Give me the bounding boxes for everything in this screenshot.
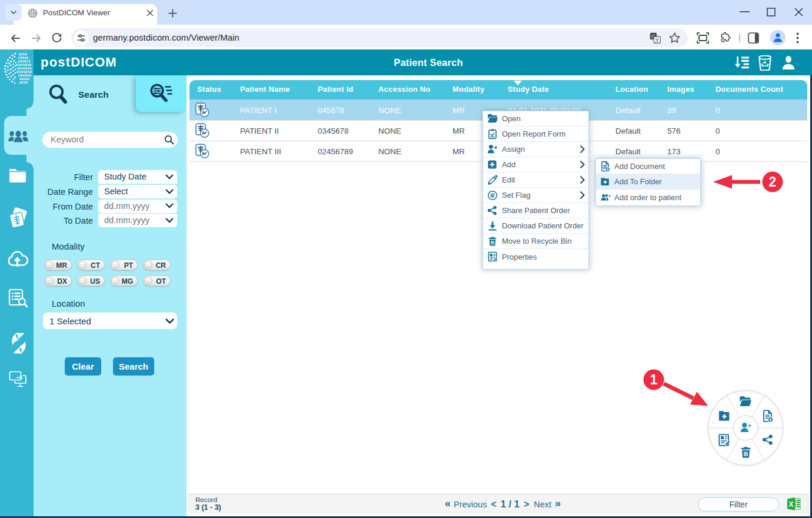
svg-text:1010: 1010 [19,81,28,85]
svg-text:文: 文 [655,38,660,43]
svg-text:1: 1 [650,372,658,387]
svg-text:2: 2 [769,174,777,190]
svg-text:X: X [788,500,793,509]
